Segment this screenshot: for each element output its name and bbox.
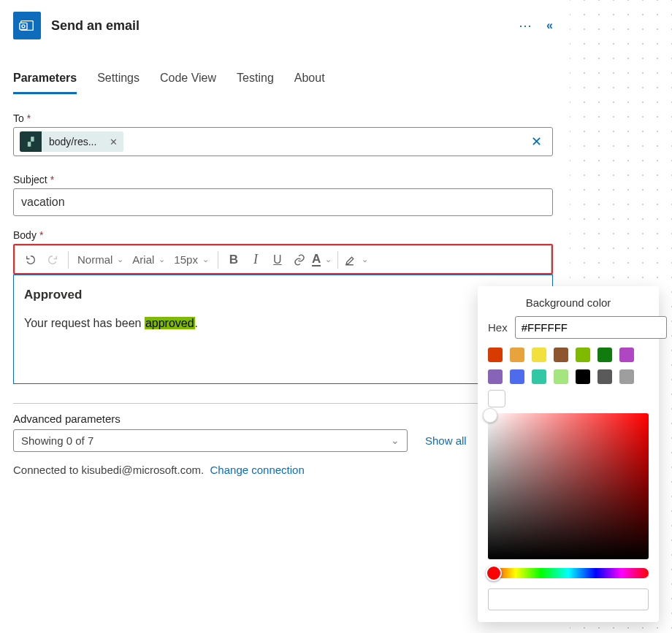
tab-settings[interactable]: Settings	[97, 67, 140, 94]
connection-info: Connected to kisubedi@microsoft.com. Cha…	[13, 464, 553, 476]
to-input[interactable]: ▞ body/res... ✕ ✕	[13, 127, 553, 156]
body-editor[interactable]: Approved Your request has been approved.	[13, 275, 553, 384]
advanced-select-value: Showing 0 of 7	[21, 434, 93, 447]
body-heading: Approved	[24, 285, 542, 304]
color-swatch[interactable]	[488, 348, 503, 362]
link-button[interactable]	[289, 249, 310, 271]
panel-title: Send an email	[51, 18, 508, 34]
bold-button[interactable]: B	[223, 249, 245, 271]
color-swatch[interactable]	[510, 369, 524, 384]
chevron-down-icon: ⌄	[325, 255, 332, 264]
token-source-icon: ▞	[20, 131, 42, 152]
body-text-suffix: .	[195, 317, 198, 329]
toolbar-separator	[68, 251, 69, 269]
hex-label: Hex	[488, 321, 508, 334]
tab-code-view[interactable]: Code View	[160, 67, 216, 94]
show-all-link[interactable]: Show all	[425, 434, 467, 447]
dynamic-token[interactable]: ▞ body/res... ✕	[20, 131, 123, 152]
color-picker-popover: Background color Hex	[478, 286, 659, 622]
color-swatch[interactable]	[532, 348, 546, 362]
color-swatch[interactable]	[576, 348, 590, 362]
chevron-down-icon: ⌄	[117, 255, 123, 264]
required-asterisk: *	[39, 229, 43, 241]
undo-button[interactable]	[20, 249, 42, 271]
svg-rect-3	[345, 264, 354, 266]
color-swatch[interactable]	[554, 369, 568, 384]
body-highlighted-word: approved	[145, 317, 195, 329]
change-connection-link[interactable]: Change connection	[210, 464, 305, 476]
swatch-white[interactable]	[488, 390, 505, 407]
font-size-select[interactable]: 15px⌄	[169, 253, 213, 266]
color-swatches	[488, 348, 649, 384]
subject-input[interactable]	[13, 188, 553, 216]
font-select[interactable]: Arial⌄	[128, 253, 169, 266]
format-value: Normal	[77, 253, 112, 266]
color-picker-title: Background color	[488, 296, 649, 309]
tab-testing[interactable]: Testing	[237, 67, 274, 94]
hex-input[interactable]	[515, 316, 667, 339]
more-icon[interactable]: ⋯	[519, 18, 533, 34]
chevron-down-icon: ⌄	[362, 255, 368, 264]
color-swatch[interactable]	[576, 369, 590, 384]
to-label: To	[13, 112, 24, 124]
body-label: Body	[13, 229, 37, 241]
chevron-down-icon: ⌄	[391, 434, 400, 446]
color-output-field[interactable]	[488, 588, 649, 610]
sv-thumb[interactable]	[483, 408, 497, 423]
hue-thumb[interactable]	[486, 565, 502, 581]
outlook-icon	[13, 12, 41, 39]
clear-field-icon[interactable]: ✕	[527, 134, 546, 150]
format-select[interactable]: Normal⌄	[73, 253, 128, 266]
token-remove-icon[interactable]: ✕	[104, 137, 123, 147]
color-swatch[interactable]	[619, 348, 634, 362]
body-text-prefix: Your request has been	[24, 317, 145, 329]
body-highlighted-region: Normal⌄ Arial⌄ 15px⌄ B I U A⌄	[13, 244, 553, 275]
size-value: 15px	[174, 253, 198, 266]
field-body: Body * Normal⌄ Arial⌄ 15px⌄	[13, 229, 553, 384]
color-swatch[interactable]	[488, 369, 503, 384]
font-value: Arial	[132, 253, 154, 266]
tab-bar: Parameters Settings Code View Testing Ab…	[13, 67, 553, 95]
chevron-down-icon: ⌄	[159, 255, 165, 264]
body-paragraph: Your request has been approved.	[24, 315, 542, 332]
field-to: To * ▞ body/res... ✕ ✕	[13, 112, 553, 156]
required-asterisk: *	[50, 174, 54, 185]
color-swatch[interactable]	[510, 348, 524, 362]
required-asterisk: *	[27, 112, 31, 124]
color-swatch[interactable]	[619, 369, 634, 384]
panel-header: Send an email ⋯ «	[13, 9, 553, 50]
advanced-label: Advanced parameters	[13, 413, 553, 425]
redo-button[interactable]	[42, 249, 64, 271]
tab-parameters[interactable]: Parameters	[13, 67, 77, 94]
token-label: body/res...	[42, 136, 104, 147]
underline-button[interactable]: U	[267, 249, 289, 271]
color-swatch[interactable]	[554, 348, 568, 362]
toolbar-separator	[218, 251, 218, 269]
highlight-color-button[interactable]: ⌄	[343, 253, 370, 266]
color-swatch[interactable]	[597, 348, 612, 362]
divider	[13, 403, 553, 404]
color-swatch[interactable]	[597, 369, 612, 384]
color-swatch[interactable]	[532, 369, 546, 384]
font-color-button[interactable]: A⌄	[310, 253, 333, 266]
rich-text-toolbar: Normal⌄ Arial⌄ 15px⌄ B I U A⌄	[15, 245, 551, 273]
subject-label: Subject	[13, 174, 47, 185]
collapse-icon[interactable]: «	[546, 19, 553, 32]
chevron-down-icon: ⌄	[202, 255, 209, 264]
tab-about[interactable]: About	[294, 67, 325, 94]
connection-text: Connected to kisubedi@microsoft.com.	[13, 464, 204, 476]
italic-button[interactable]: I	[245, 249, 267, 271]
field-subject: Subject *	[13, 174, 553, 216]
saturation-value-panel[interactable]	[488, 413, 649, 559]
hue-slider[interactable]	[488, 568, 649, 578]
advanced-select[interactable]: Showing 0 of 7 ⌄	[13, 429, 408, 452]
svg-rect-1	[20, 23, 27, 29]
toolbar-separator	[337, 251, 338, 269]
